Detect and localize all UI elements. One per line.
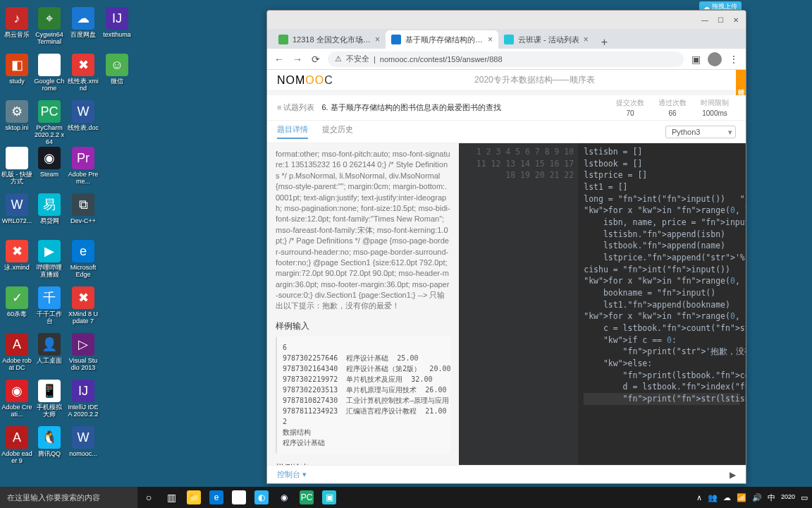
desktop-icon[interactable]: ▷Visual Studio 2013: [68, 333, 99, 372]
taskview-button[interactable]: ▥: [160, 487, 183, 508]
app-icon: ◉: [38, 54, 61, 76]
app-icon: W: [72, 100, 94, 123]
cortana-button[interactable]: ○: [137, 487, 160, 508]
reload-button[interactable]: ⟳: [309, 53, 322, 66]
minimize-button[interactable]: —: [701, 16, 709, 24]
logo[interactable]: NOMOOC: [277, 74, 333, 87]
browser-tab[interactable]: 基于顺序存储结构的图书信息表...×: [386, 30, 498, 49]
desktop-icon[interactable]: ◉Steam: [34, 147, 65, 179]
desktop-icon[interactable]: ⌖Cygwin64 Terminal: [34, 7, 65, 46]
desktop-icon[interactable]: AAdobe robat DC: [1, 333, 32, 372]
profile-button[interactable]: [708, 52, 722, 66]
tray-chevron-icon[interactable]: ∧: [696, 493, 702, 502]
tab-close-icon[interactable]: ×: [584, 35, 589, 44]
desktop-icon[interactable]: AAdobe eader 9: [1, 426, 32, 465]
browser-tab[interactable]: 12318 全国文化市场举报平台×: [273, 30, 386, 49]
desktop-icon[interactable]: eMicrosoft Edge: [68, 240, 99, 279]
desktop-icon[interactable]: W线性表.doc: [68, 100, 99, 132]
stat-item: 提交次数70: [616, 98, 644, 117]
countdown-badge[interactable]: 倒计时: [736, 70, 746, 95]
new-tab-button[interactable]: +: [594, 36, 615, 49]
app-icon: ◧: [6, 54, 28, 76]
sub-tabs: 题目详情提交历史 Python3: [267, 121, 746, 143]
app-icon: ✖: [72, 54, 94, 76]
desktop-icon[interactable]: ◉Adobe Creati...: [1, 380, 32, 418]
language-select[interactable]: Python3: [665, 126, 736, 138]
tray-cloud-icon[interactable]: ☁: [723, 493, 731, 502]
question-list-button[interactable]: ≡ 试题列表: [277, 102, 314, 113]
icon-label: Google Chrome: [34, 78, 65, 92]
desktop-icon[interactable]: 易易贷网: [34, 193, 65, 225]
desktop-icon[interactable]: IJIntelliJ IDEA 2020.2.2: [68, 380, 99, 418]
desktop-icon[interactable]: ▶哔哩哔哩直播姬: [34, 240, 65, 279]
taskbar: 在这里输入你要搜索的内容 ○ ▥ 📁 e ◉ ◐ ◉ PC ▣ ∧ 👥 ☁ 📶 …: [0, 487, 812, 508]
subtab[interactable]: 题目详情: [277, 124, 308, 139]
forward-button[interactable]: →: [291, 53, 304, 66]
desktop-icon[interactable]: ☺微信: [102, 54, 133, 85]
tab-close-icon[interactable]: ×: [488, 35, 493, 44]
clock[interactable]: 2020: [781, 494, 795, 501]
tab-close-icon[interactable]: ×: [375, 35, 380, 44]
app-icon: ♪: [6, 7, 28, 30]
subtab[interactable]: 提交历史: [322, 124, 353, 139]
app-icon: ◐: [6, 147, 28, 169]
desktop-icon[interactable]: PrAdobe Preme...: [68, 147, 99, 186]
desktop-icon[interactable]: ✖线性表.xmind: [68, 54, 99, 92]
desktop-icon[interactable]: 🐧腾讯QQ: [34, 426, 65, 458]
desktop-icon[interactable]: IJtextthuma: [102, 7, 133, 39]
app-icon: ▷: [72, 333, 94, 356]
search-input[interactable]: 在这里输入你要搜索的内容: [0, 487, 137, 508]
run-button[interactable]: ▶: [730, 470, 736, 480]
desktop-icon[interactable]: ◐机版 - 快捷方式: [1, 147, 32, 186]
desktop-icon[interactable]: Wnomooc...: [68, 426, 99, 458]
pycharm-icon[interactable]: PC: [295, 487, 318, 508]
edge-icon[interactable]: e: [205, 487, 228, 508]
close-button[interactable]: ✕: [732, 16, 740, 24]
desktop-icon[interactable]: ✓60杀毒: [1, 286, 32, 318]
desktop-icon[interactable]: ✖XMind 8 Update 7: [68, 286, 99, 325]
icon-label: 微信: [102, 78, 133, 85]
app-icon: PC: [38, 100, 61, 123]
desktop-icon[interactable]: PCPyCharm 2020.2.2 x64: [34, 100, 65, 146]
code-area[interactable]: lstisbn = []lstbook = []lstprice = []lst…: [578, 143, 746, 465]
browser-tab[interactable]: 云班课 - 活动列表×: [498, 30, 594, 49]
explorer-icon[interactable]: 📁: [183, 487, 205, 508]
back-button[interactable]: ←: [273, 53, 285, 66]
desktop-icon[interactable]: 👤人工桌面: [34, 333, 65, 365]
notifications-icon[interactable]: ▭: [801, 493, 808, 502]
desktop-icon[interactable]: 📱手机模拟大师: [34, 380, 65, 418]
window-titlebar: — ☐ ✕: [267, 11, 746, 29]
app-icon: ✓: [6, 286, 28, 309]
desktop-icon[interactable]: ⧉Dev-C++: [68, 193, 99, 225]
desktop-icon[interactable]: ◉Google Chrome: [34, 54, 65, 92]
desktop-icon[interactable]: ✖泳.xmind: [1, 240, 32, 272]
tray-wifi-icon[interactable]: 📶: [737, 493, 746, 502]
desktop-icon[interactable]: 千千千工作台: [34, 286, 65, 325]
console-toggle[interactable]: 控制台 ▾: [277, 469, 307, 480]
favicon: [504, 35, 514, 44]
desktop-icon[interactable]: ◧study: [1, 54, 32, 85]
app-icon[interactable]: ▣: [318, 487, 340, 508]
tray-people-icon[interactable]: 👥: [708, 493, 718, 502]
extension-button[interactable]: ▣: [689, 53, 702, 66]
desktop-icon[interactable]: ♪易云音乐: [1, 7, 32, 39]
tray-volume-icon[interactable]: 🔊: [752, 493, 762, 502]
tray-ime-icon[interactable]: 中: [768, 492, 775, 503]
line-gutter: 1 2 3 4 5 6 7 8 9 10 11 12 13 14 15 16 1…: [459, 143, 578, 465]
desktop: ♪易云音乐⌖Cygwin64 Terminal☁百度网盘IJtextthuma◧…: [0, 0, 268, 487]
chrome-icon[interactable]: ◉: [228, 487, 250, 508]
desktop-icon[interactable]: ⚙sktop.ini: [1, 100, 32, 132]
maximize-button[interactable]: ☐: [716, 16, 725, 24]
tab-label: 云班课 - 活动列表: [518, 35, 579, 45]
menu-button[interactable]: ⋮: [727, 53, 740, 66]
desktop-icon[interactable]: WWRL072...: [1, 193, 32, 225]
app-icon: ⌖: [38, 7, 61, 30]
browser2-icon[interactable]: ◐: [250, 487, 273, 508]
steam-icon[interactable]: ◉: [273, 487, 295, 508]
url-input[interactable]: ⚠ 不安全 | nomooc.cn/contest/159/answer/888: [328, 52, 684, 67]
code-editor[interactable]: 1 2 3 4 5 6 7 8 9 10 11 12 13 14 15 16 1…: [459, 143, 746, 465]
app-icon: ◉: [38, 147, 61, 169]
system-tray[interactable]: ∧ 👥 ☁ 📶 🔊 中 2020 ▭: [696, 492, 812, 503]
icon-label: Adobe robat DC: [1, 358, 32, 372]
desktop-icon[interactable]: ☁百度网盘: [68, 7, 99, 39]
